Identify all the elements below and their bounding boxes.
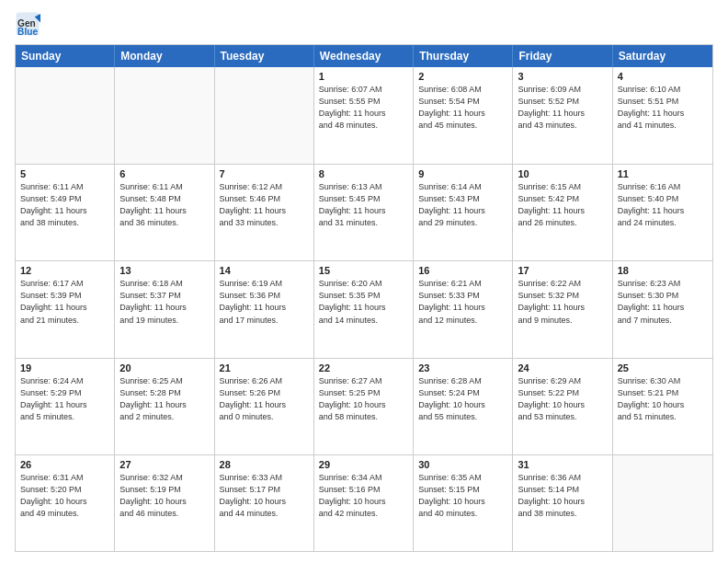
day-info: Sunrise: 6:15 AM Sunset: 5:42 PM Dayligh… (518, 181, 607, 229)
day-number: 21 (220, 362, 309, 373)
calendar-cell: 10Sunrise: 6:15 AM Sunset: 5:42 PM Dayli… (513, 165, 612, 260)
day-number: 9 (418, 168, 507, 179)
day-info: Sunrise: 6:30 AM Sunset: 5:21 PM Dayligh… (618, 375, 708, 423)
weekday-header: Thursday (414, 45, 513, 67)
day-number: 7 (220, 168, 309, 179)
calendar-cell: 20Sunrise: 6:25 AM Sunset: 5:28 PM Dayli… (115, 359, 214, 454)
day-number: 17 (518, 265, 607, 276)
day-number: 4 (618, 71, 708, 82)
calendar-cell: 31Sunrise: 6:36 AM Sunset: 5:14 PM Dayli… (513, 455, 612, 551)
day-number: 25 (618, 362, 708, 373)
calendar-cell: 24Sunrise: 6:29 AM Sunset: 5:22 PM Dayli… (513, 359, 612, 454)
day-info: Sunrise: 6:25 AM Sunset: 5:28 PM Dayligh… (119, 375, 209, 423)
calendar-cell: 28Sunrise: 6:33 AM Sunset: 5:17 PM Dayli… (215, 455, 314, 551)
svg-text:Blue: Blue (17, 27, 38, 37)
page: Gen Blue SundayMondayTuesdayWednesdayThu… (0, 0, 728, 563)
calendar-cell: 4Sunrise: 6:10 AM Sunset: 5:51 PM Daylig… (613, 67, 712, 164)
calendar-cell: 25Sunrise: 6:30 AM Sunset: 5:21 PM Dayli… (613, 359, 712, 454)
day-info: Sunrise: 6:32 AM Sunset: 5:19 PM Dayligh… (119, 472, 209, 520)
weekday-header: Tuesday (215, 45, 314, 67)
day-number: 22 (319, 362, 408, 373)
calendar-cell: 11Sunrise: 6:16 AM Sunset: 5:40 PM Dayli… (613, 165, 712, 260)
weekday-header: Saturday (613, 45, 712, 67)
weekday-header: Friday (513, 45, 612, 67)
calendar-header: SundayMondayTuesdayWednesdayThursdayFrid… (16, 45, 712, 67)
weekday-header: Sunday (16, 45, 115, 67)
day-number: 11 (618, 168, 708, 179)
calendar-cell: 22Sunrise: 6:27 AM Sunset: 5:25 PM Dayli… (314, 359, 414, 454)
day-number: 19 (20, 362, 109, 373)
day-number: 15 (319, 265, 408, 276)
calendar-row: 12Sunrise: 6:17 AM Sunset: 5:39 PM Dayli… (16, 260, 712, 357)
calendar-cell: 18Sunrise: 6:23 AM Sunset: 5:30 PM Dayli… (613, 261, 712, 357)
day-number: 29 (319, 459, 408, 470)
calendar-cell: 1Sunrise: 6:07 AM Sunset: 5:55 PM Daylig… (314, 67, 414, 164)
day-info: Sunrise: 6:16 AM Sunset: 5:40 PM Dayligh… (618, 181, 708, 229)
day-info: Sunrise: 6:20 AM Sunset: 5:35 PM Dayligh… (319, 278, 408, 326)
day-number: 10 (518, 168, 607, 179)
day-number: 5 (20, 168, 109, 179)
logo-icon: Gen Blue (15, 11, 40, 37)
logo: Gen Blue (15, 11, 44, 37)
day-info: Sunrise: 6:21 AM Sunset: 5:33 PM Dayligh… (418, 278, 507, 326)
day-info: Sunrise: 6:19 AM Sunset: 5:36 PM Dayligh… (220, 278, 309, 326)
day-number: 13 (119, 265, 209, 276)
calendar-cell: 16Sunrise: 6:21 AM Sunset: 5:33 PM Dayli… (414, 261, 513, 357)
day-info: Sunrise: 6:13 AM Sunset: 5:45 PM Dayligh… (319, 181, 408, 229)
calendar-cell: 14Sunrise: 6:19 AM Sunset: 5:36 PM Dayli… (215, 261, 314, 357)
day-number: 6 (119, 168, 209, 179)
day-info: Sunrise: 6:36 AM Sunset: 5:14 PM Dayligh… (518, 472, 607, 520)
day-number: 2 (418, 71, 507, 82)
day-info: Sunrise: 6:18 AM Sunset: 5:37 PM Dayligh… (119, 278, 209, 326)
calendar-cell: 15Sunrise: 6:20 AM Sunset: 5:35 PM Dayli… (314, 261, 414, 357)
calendar-cell: 13Sunrise: 6:18 AM Sunset: 5:37 PM Dayli… (115, 261, 214, 357)
calendar: SundayMondayTuesdayWednesdayThursdayFrid… (15, 44, 713, 552)
day-number: 1 (319, 71, 408, 82)
day-info: Sunrise: 6:17 AM Sunset: 5:39 PM Dayligh… (20, 278, 109, 326)
calendar-row: 19Sunrise: 6:24 AM Sunset: 5:29 PM Dayli… (16, 358, 712, 454)
day-info: Sunrise: 6:07 AM Sunset: 5:55 PM Dayligh… (319, 84, 408, 132)
day-info: Sunrise: 6:28 AM Sunset: 5:24 PM Dayligh… (418, 375, 507, 423)
calendar-cell: 29Sunrise: 6:34 AM Sunset: 5:16 PM Dayli… (314, 455, 414, 551)
day-info: Sunrise: 6:35 AM Sunset: 5:15 PM Dayligh… (418, 472, 507, 520)
day-number: 31 (518, 459, 607, 470)
day-number: 3 (518, 71, 607, 82)
calendar-row: 1Sunrise: 6:07 AM Sunset: 5:55 PM Daylig… (16, 67, 712, 164)
header: Gen Blue (15, 11, 713, 37)
weekday-header: Wednesday (314, 45, 414, 67)
calendar-cell: 2Sunrise: 6:08 AM Sunset: 5:54 PM Daylig… (414, 67, 513, 164)
day-number: 24 (518, 362, 607, 373)
calendar-cell: 17Sunrise: 6:22 AM Sunset: 5:32 PM Dayli… (513, 261, 612, 357)
calendar-cell: 7Sunrise: 6:12 AM Sunset: 5:46 PM Daylig… (215, 165, 314, 260)
calendar-cell: 26Sunrise: 6:31 AM Sunset: 5:20 PM Dayli… (16, 455, 115, 551)
day-info: Sunrise: 6:10 AM Sunset: 5:51 PM Dayligh… (618, 84, 708, 132)
day-number: 26 (20, 459, 109, 470)
day-number: 16 (418, 265, 507, 276)
day-info: Sunrise: 6:11 AM Sunset: 5:48 PM Dayligh… (119, 181, 209, 229)
day-info: Sunrise: 6:12 AM Sunset: 5:46 PM Dayligh… (220, 181, 309, 229)
day-number: 30 (418, 459, 507, 470)
day-number: 28 (220, 459, 309, 470)
day-number: 18 (618, 265, 708, 276)
day-number: 8 (319, 168, 408, 179)
calendar-cell: 30Sunrise: 6:35 AM Sunset: 5:15 PM Dayli… (414, 455, 513, 551)
day-info: Sunrise: 6:22 AM Sunset: 5:32 PM Dayligh… (518, 278, 607, 326)
day-info: Sunrise: 6:27 AM Sunset: 5:25 PM Dayligh… (319, 375, 408, 423)
day-info: Sunrise: 6:34 AM Sunset: 5:16 PM Dayligh… (319, 472, 408, 520)
calendar-cell (115, 67, 214, 164)
calendar-cell: 3Sunrise: 6:09 AM Sunset: 5:52 PM Daylig… (513, 67, 612, 164)
calendar-cell: 23Sunrise: 6:28 AM Sunset: 5:24 PM Dayli… (414, 359, 513, 454)
calendar-cell: 27Sunrise: 6:32 AM Sunset: 5:19 PM Dayli… (115, 455, 214, 551)
calendar-cell: 12Sunrise: 6:17 AM Sunset: 5:39 PM Dayli… (16, 261, 115, 357)
calendar-cell: 19Sunrise: 6:24 AM Sunset: 5:29 PM Dayli… (16, 359, 115, 454)
day-info: Sunrise: 6:09 AM Sunset: 5:52 PM Dayligh… (518, 84, 607, 132)
day-number: 27 (119, 459, 209, 470)
calendar-body: 1Sunrise: 6:07 AM Sunset: 5:55 PM Daylig… (16, 67, 712, 551)
calendar-cell: 5Sunrise: 6:11 AM Sunset: 5:49 PM Daylig… (16, 165, 115, 260)
day-info: Sunrise: 6:23 AM Sunset: 5:30 PM Dayligh… (618, 278, 708, 326)
calendar-cell (16, 67, 115, 164)
day-info: Sunrise: 6:24 AM Sunset: 5:29 PM Dayligh… (20, 375, 109, 423)
day-number: 14 (220, 265, 309, 276)
day-info: Sunrise: 6:08 AM Sunset: 5:54 PM Dayligh… (418, 84, 507, 132)
day-info: Sunrise: 6:14 AM Sunset: 5:43 PM Dayligh… (418, 181, 507, 229)
